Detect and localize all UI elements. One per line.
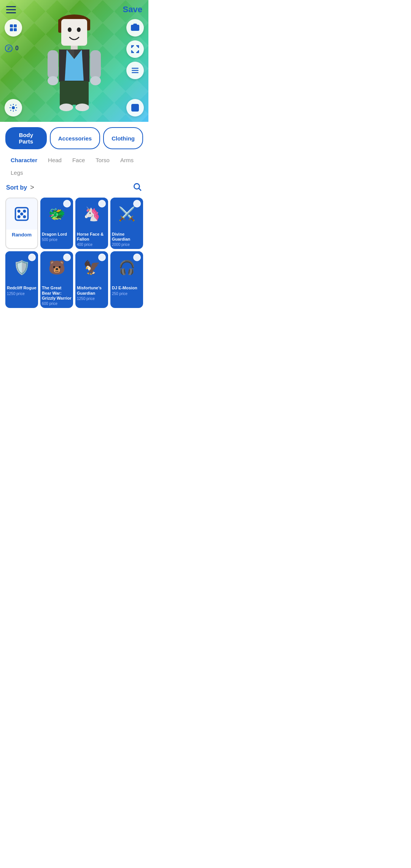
svg-point-45 <box>18 216 19 217</box>
svg-point-34 <box>90 76 101 85</box>
screenshot-button[interactable] <box>126 19 144 37</box>
svg-point-13 <box>136 106 137 107</box>
svg-point-23 <box>77 27 81 32</box>
item-label: DJ E-Mosion <box>110 284 143 290</box>
svg-rect-7 <box>132 68 139 69</box>
item-label: The Great Bear War: Grizzly Warrior <box>40 284 73 301</box>
item-label: Dragon Lord <box>40 230 73 237</box>
subtab-torso[interactable]: Torso <box>90 155 115 166</box>
select-circle <box>133 254 141 261</box>
svg-line-41 <box>139 188 141 191</box>
item-random[interactable]: Random <box>5 198 38 249</box>
item-dragon-lord[interactable]: 🐲 Dragon Lord 500 price <box>40 198 73 249</box>
item-misfortunes-guardian[interactable]: 🦅 Misfortune's Guardian 1250 price <box>75 251 108 308</box>
select-circle <box>63 200 71 207</box>
settings-button[interactable] <box>5 99 22 116</box>
sort-left: Sort by > <box>6 183 34 191</box>
tab-clothing[interactable]: Clothing <box>103 127 143 149</box>
svg-rect-31 <box>48 50 58 79</box>
svg-rect-8 <box>132 70 139 71</box>
item-price: 1250 price <box>5 291 38 298</box>
sort-row: Sort by > <box>5 182 143 193</box>
svg-rect-33 <box>90 50 101 79</box>
svg-rect-9 <box>132 72 139 73</box>
svg-point-47 <box>21 213 22 215</box>
sort-label: Sort by <box>6 184 27 191</box>
subtab-legs[interactable]: Legs <box>5 167 29 178</box>
header: Save <box>0 0 148 19</box>
item-horse-face-fallon[interactable]: 🦄 Horse Face & Fallon 400 price <box>75 198 108 249</box>
svg-point-39 <box>75 104 89 111</box>
random-label: Random <box>6 230 37 240</box>
svg-point-16 <box>135 107 135 108</box>
layers-button[interactable] <box>126 62 144 79</box>
svg-rect-2 <box>10 28 13 31</box>
svg-rect-21 <box>61 19 87 46</box>
item-label: Horse Face & Fallon <box>75 230 108 242</box>
item-divine-guardian[interactable]: ⚔️ Divine Guardian 2000 price <box>110 198 143 249</box>
svg-point-32 <box>48 76 58 85</box>
subtab-arms[interactable]: Arms <box>115 155 139 166</box>
select-circle <box>28 254 36 261</box>
item-redcliff-rogue[interactable]: 🛡️ Redcliff Rogue 1250 price <box>5 251 38 308</box>
dice-button-container <box>126 99 144 116</box>
items-grid: Random 🐲 Dragon Lord 500 price 🦄 Horse F… <box>5 198 143 308</box>
sub-tabs: Character Head Face Torso Arms Legs <box>5 155 143 178</box>
select-circle <box>98 254 106 261</box>
item-price: 600 price <box>40 301 73 308</box>
item-price: 250 price <box>110 291 143 298</box>
item-label: Redcliff Rogue <box>5 284 38 290</box>
bottom-panel: Body Parts Accessories Clothing Characte… <box>0 121 148 308</box>
select-circle <box>133 200 141 207</box>
svg-rect-0 <box>10 24 13 27</box>
select-circle <box>98 200 106 207</box>
item-label: Divine Guardian <box>110 230 143 242</box>
item-dj-emosion[interactable]: 🎧 DJ E-Mosion 250 price <box>110 251 143 308</box>
dice-button[interactable] <box>126 99 144 116</box>
item-label: Misfortune's Guardian <box>75 284 108 295</box>
svg-point-22 <box>68 27 72 32</box>
search-button[interactable] <box>132 182 142 193</box>
left-controls: 0 <box>5 19 22 53</box>
svg-point-15 <box>136 109 137 110</box>
avatar-edit-button[interactable] <box>5 19 22 37</box>
select-circle <box>63 254 71 261</box>
svg-point-14 <box>133 109 134 110</box>
svg-rect-1 <box>14 24 17 27</box>
svg-point-10 <box>12 107 14 109</box>
svg-point-38 <box>59 104 73 111</box>
subtab-head[interactable]: Head <box>43 155 67 166</box>
item-price: 500 price <box>40 237 73 244</box>
avatar-figure <box>36 4 112 118</box>
item-great-bear-warrior[interactable]: 🐻 The Great Bear War: Grizzly Warrior 60… <box>40 251 73 308</box>
subtab-face[interactable]: Face <box>67 155 90 166</box>
sort-chevron-icon: > <box>30 183 34 191</box>
svg-rect-3 <box>14 28 17 31</box>
svg-point-12 <box>133 106 134 107</box>
robux-display: 0 <box>5 44 22 53</box>
item-price: 2000 price <box>110 242 143 249</box>
svg-point-46 <box>24 216 25 217</box>
item-price: 1250 price <box>75 296 108 303</box>
svg-point-43 <box>18 210 19 212</box>
subtab-character[interactable]: Character <box>5 155 43 166</box>
fullscreen-button[interactable] <box>126 40 144 58</box>
tab-accessories[interactable]: Accessories <box>50 127 100 149</box>
category-tabs: Body Parts Accessories Clothing <box>5 127 143 149</box>
robux-icon <box>5 44 13 53</box>
svg-point-6 <box>134 26 137 29</box>
robux-count: 0 <box>15 45 19 52</box>
svg-point-44 <box>24 210 25 212</box>
item-price: 400 price <box>75 242 108 249</box>
save-button[interactable]: Save <box>123 5 142 14</box>
svg-point-40 <box>134 183 139 189</box>
right-controls <box>126 19 144 79</box>
settings-button-container <box>5 99 22 116</box>
tab-body-parts[interactable]: Body Parts <box>5 127 47 149</box>
menu-button[interactable] <box>6 6 16 13</box>
